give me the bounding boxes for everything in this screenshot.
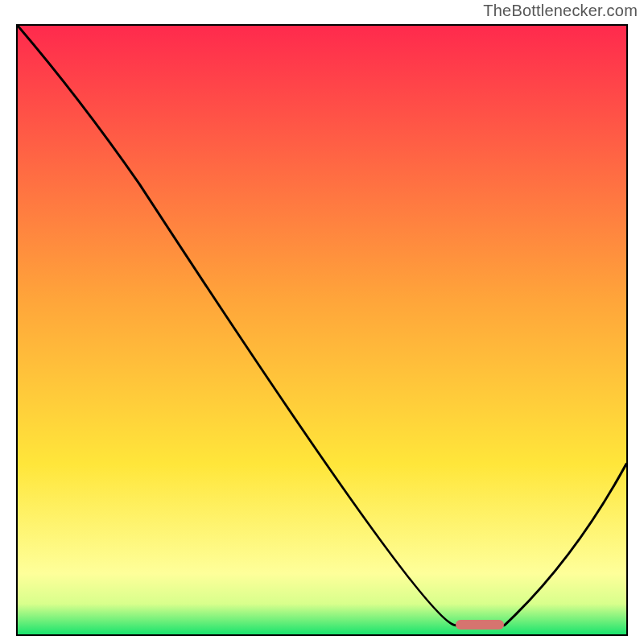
watermark-text: TheBottlenecker.com (483, 2, 638, 20)
optimal-range-marker (456, 620, 504, 630)
chart-background (18, 26, 626, 634)
chart-area (16, 24, 628, 636)
chart-svg (18, 26, 626, 634)
